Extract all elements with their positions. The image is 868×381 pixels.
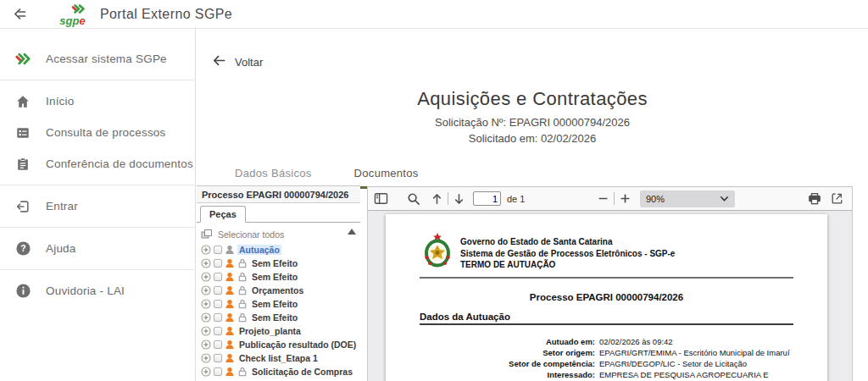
checkbox[interactable] — [214, 340, 222, 349]
tree-item[interactable]: Check list_Etapa 1 — [197, 351, 360, 365]
expand-icon[interactable] — [201, 326, 211, 336]
zoom-out-icon[interactable] — [597, 192, 609, 205]
checkbox[interactable] — [214, 273, 222, 281]
tree-item-label[interactable]: Orçamentos — [250, 285, 305, 295]
back-button[interactable]: Voltar — [212, 54, 263, 69]
tree-item-label[interactable]: Publicação resultado (DOE) — [237, 340, 358, 350]
document-field-row: Setor de competência: EPAGRI/DEGOP/LIC -… — [420, 358, 793, 369]
search-icon[interactable] — [407, 192, 420, 206]
solicitation-number: Solicitação Nº: EPAGRI 00000794/2026 — [197, 116, 868, 129]
scroll-up-arrow[interactable] — [348, 229, 356, 235]
tree-body: Selecionar todos — [197, 224, 360, 381]
tab-pecas[interactable]: Peças — [200, 206, 246, 223]
lock-icon — [237, 272, 248, 282]
zoom-level-select[interactable]: 90% — [640, 190, 735, 207]
field-value: 02/02/2026 às 09:42 — [599, 336, 793, 347]
tree-item[interactable]: Publicação resultado (DOE) — [197, 338, 360, 351]
checkbox[interactable] — [214, 354, 222, 362]
page-number-input[interactable] — [473, 191, 501, 206]
sidebar-item-entrar[interactable]: Entrar — [0, 190, 195, 222]
print-icon[interactable] — [808, 192, 821, 205]
document-field-row: Interessado: EMPRESA DE PESQUISA AGROPEC… — [420, 369, 793, 381]
doc-org-line1: Governo do Estado de Santa Catarina — [460, 236, 675, 248]
page-count-label: de 1 — [507, 194, 525, 204]
tree-item[interactable]: Sem Efeito — [197, 257, 360, 270]
app-title: Portal Externo SGPe — [100, 7, 232, 22]
expand-icon[interactable] — [201, 312, 211, 323]
checkbox[interactable] — [214, 286, 222, 295]
lock-icon — [237, 312, 248, 323]
signer-icon — [225, 326, 235, 336]
sidebar-item-label: Início — [46, 95, 74, 108]
back-arrow-icon — [212, 54, 226, 69]
toolbar-separator — [448, 192, 448, 205]
tree-item[interactable]: Projeto_planta — [197, 324, 360, 338]
tree-item[interactable]: Sem Efeito — [197, 297, 360, 311]
tab-documentos[interactable]: Documentos — [333, 159, 440, 189]
signer-icon — [225, 312, 235, 323]
sgpe-logo-text: sgpe — [59, 15, 85, 26]
expand-icon[interactable] — [201, 272, 211, 282]
checkbox[interactable] — [214, 259, 222, 268]
next-page-icon[interactable] — [453, 192, 465, 206]
collapse-sidebar-icon[interactable] — [13, 7, 27, 21]
checkbox[interactable] — [214, 246, 222, 254]
tree-item-label[interactable]: Sem Efeito — [250, 312, 299, 323]
tree-item-label[interactable]: Projeto_planta — [237, 326, 303, 336]
checkbox[interactable] — [214, 300, 222, 308]
tree-item-label[interactable]: Sem Efeito — [250, 258, 299, 268]
sidebar-item-inicio[interactable]: Início — [0, 86, 195, 117]
tree-item-label[interactable]: Solicitação de Compras — [250, 367, 354, 377]
expand-icon[interactable] — [201, 367, 211, 377]
lock-icon — [237, 258, 248, 268]
tree-item-label[interactable]: Check list_Etapa 1 — [237, 353, 320, 363]
sidebar-item-consulta-processos[interactable]: Consulta de processos — [0, 117, 195, 148]
toggle-sidebar-icon[interactable] — [374, 192, 388, 205]
tree-item[interactable]: Autuação — [197, 243, 360, 257]
tree-item[interactable]: Sem Efeito — [197, 270, 360, 284]
tree-item[interactable]: Orçamentos — [197, 284, 360, 297]
select-all-button[interactable]: Selecionar todos — [197, 226, 360, 243]
sgpe-logo[interactable]: sgpe — [59, 3, 86, 26]
signer-icon — [225, 367, 235, 377]
signer-icon — [225, 299, 235, 309]
lock-icon — [237, 285, 248, 295]
document-fields: Autuado em: 02/02/2026 às 09:42 Setor or… — [420, 336, 793, 381]
checkbox[interactable] — [214, 367, 222, 376]
sidebar-item-label: Ajuda — [46, 242, 76, 255]
sidebar-item-ajuda[interactable]: ? Ajuda — [0, 233, 195, 264]
tab-dados-basicos[interactable]: Dados Básicos — [214, 159, 333, 189]
expand-icon[interactable] — [201, 299, 211, 309]
tree-panel-title: Processo EPAGRI 00000794/2026 — [197, 186, 360, 203]
expand-icon[interactable] — [201, 285, 211, 295]
tree-item[interactable]: Solicitação de Compras — [197, 365, 360, 378]
tree-item-label[interactable]: Sem Efeito — [250, 272, 299, 282]
pdf-document-area[interactable]: Governo do Estado de Santa Catarina Sist… — [368, 211, 852, 381]
previous-page-icon[interactable] — [431, 192, 443, 206]
sidebar-item-ouvidoria-lai[interactable]: Ouvidoria - LAI — [0, 275, 195, 306]
sidebar-item-label: Entrar — [46, 200, 78, 213]
download-icon[interactable] — [831, 192, 843, 205]
expand-icon[interactable] — [201, 340, 211, 350]
sidebar-item-acessar-sgpe[interactable]: Acessar sistema SGPe — [0, 43, 195, 75]
sidebar-item-conferencia-documentos[interactable]: Conferência de documentos — [0, 148, 195, 179]
info-icon — [14, 283, 31, 300]
signer-icon — [225, 340, 235, 350]
page-title: Aquisições e Contratações — [197, 88, 868, 110]
tree-item-label[interactable]: Sem Efeito — [250, 299, 299, 309]
doc-org-line2: Sistema de Gestão de Processos Eletrônic… — [460, 248, 675, 260]
checkbox[interactable] — [214, 327, 222, 335]
expand-icon[interactable] — [201, 353, 211, 363]
select-all-label: Selecionar todos — [218, 229, 284, 240]
pdf-toolbar: de 1 90% — [368, 186, 852, 211]
zoom-in-icon[interactable] — [619, 192, 632, 205]
tree-item[interactable]: Sem Efeito — [197, 311, 360, 324]
expand-icon[interactable] — [201, 245, 211, 255]
lock-icon — [237, 367, 248, 377]
expand-icon[interactable] — [201, 258, 211, 268]
tree-item-label[interactable]: Autuação — [237, 245, 281, 255]
signer-icon — [225, 258, 235, 268]
document-field-row: Setor origem: EPAGRI/GRT/EMIMA - Escritó… — [420, 347, 793, 358]
checkbox[interactable] — [214, 313, 222, 322]
select-all-icon — [201, 229, 213, 241]
